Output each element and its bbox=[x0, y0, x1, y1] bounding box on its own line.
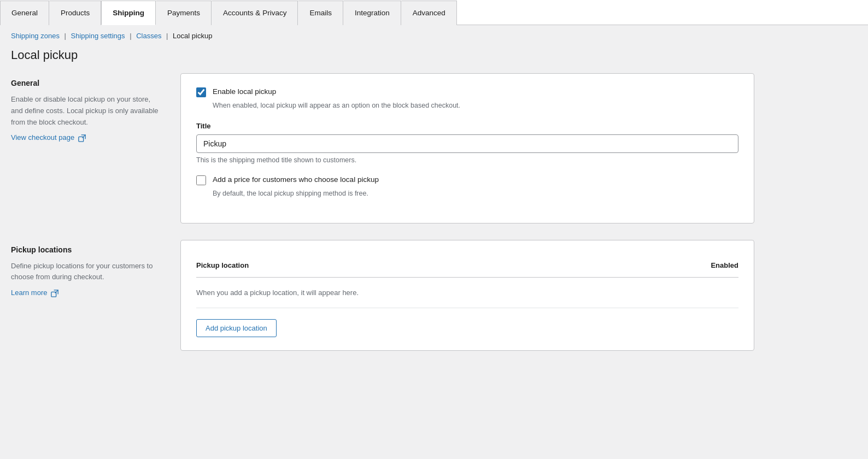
external-link-icon bbox=[78, 134, 86, 142]
pickup-locations-section: Pickup locations Define pickup locations… bbox=[11, 240, 754, 351]
learn-more-link[interactable]: Learn more bbox=[11, 289, 58, 297]
view-checkout-link[interactable]: View checkout page bbox=[11, 133, 86, 142]
main-content: General Enable or disable local pickup o… bbox=[0, 73, 765, 389]
add-price-checkbox[interactable] bbox=[196, 175, 206, 185]
tab-payments[interactable]: Payments bbox=[156, 1, 212, 25]
col-enabled-header: Enabled bbox=[552, 254, 738, 278]
table-empty-row: When you add a pickup location, it will … bbox=[196, 277, 738, 308]
general-section-desc: Enable or disable local pickup on your s… bbox=[11, 94, 164, 128]
pickup-locations-card: Pickup location Enabled When you add a p… bbox=[180, 240, 754, 351]
tab-emails[interactable]: Emails bbox=[298, 1, 343, 25]
add-price-row: Add a price for customers who choose loc… bbox=[196, 175, 738, 185]
breadcrumb-shipping-settings[interactable]: Shipping settings bbox=[71, 32, 125, 40]
breadcrumb-classes[interactable]: Classes bbox=[136, 32, 161, 40]
tab-advanced[interactable]: Advanced bbox=[401, 1, 457, 25]
enable-pickup-row: Enable local pickup bbox=[196, 87, 738, 97]
add-price-desc: By default, the local pickup shipping me… bbox=[213, 189, 738, 199]
tab-shipping[interactable]: Shipping bbox=[101, 1, 156, 25]
enable-pickup-desc: When enabled, local pickup will appear a… bbox=[213, 101, 738, 111]
table-empty-message: When you add a pickup location, it will … bbox=[196, 277, 738, 308]
pickup-locations-desc: Define pickup locations for your custome… bbox=[11, 261, 164, 284]
tab-integration[interactable]: Integration bbox=[343, 1, 401, 25]
title-input[interactable] bbox=[196, 134, 738, 153]
general-section: General Enable or disable local pickup o… bbox=[11, 73, 754, 223]
breadcrumb-current: Local pickup bbox=[173, 32, 212, 40]
page-title: Local pickup bbox=[0, 45, 868, 73]
tab-bar: General Products Shipping Payments Accou… bbox=[0, 0, 868, 25]
general-card: Enable local pickup When enabled, local … bbox=[180, 73, 754, 223]
add-price-label[interactable]: Add a price for customers who choose loc… bbox=[213, 175, 379, 185]
col-location-header: Pickup location bbox=[196, 254, 552, 278]
breadcrumb-shipping-zones[interactable]: Shipping zones bbox=[11, 32, 60, 40]
enable-pickup-label[interactable]: Enable local pickup bbox=[213, 87, 276, 97]
breadcrumb: Shipping zones | Shipping settings | Cla… bbox=[0, 25, 868, 45]
pickup-table: Pickup location Enabled When you add a p… bbox=[196, 254, 738, 308]
learn-more-external-icon bbox=[51, 290, 58, 297]
general-section-description: General Enable or disable local pickup o… bbox=[11, 73, 164, 223]
tab-accounts-privacy[interactable]: Accounts & Privacy bbox=[212, 1, 298, 25]
add-pickup-button[interactable]: Add pickup location bbox=[196, 319, 277, 337]
pickup-locations-description: Pickup locations Define pickup locations… bbox=[11, 240, 164, 351]
tab-products[interactable]: Products bbox=[49, 1, 101, 25]
breadcrumb-sep-2: | bbox=[130, 32, 131, 40]
title-field-label: Title bbox=[196, 122, 738, 130]
breadcrumb-sep-3: | bbox=[166, 32, 168, 40]
tab-general[interactable]: General bbox=[0, 1, 49, 25]
general-section-title: General bbox=[11, 79, 164, 87]
pickup-locations-title: Pickup locations bbox=[11, 245, 164, 254]
breadcrumb-sep-1: | bbox=[64, 32, 66, 40]
table-footer: Add pickup location bbox=[196, 308, 738, 337]
enable-pickup-checkbox[interactable] bbox=[196, 87, 206, 97]
title-field-hint: This is the shipping method title shown … bbox=[196, 156, 738, 164]
